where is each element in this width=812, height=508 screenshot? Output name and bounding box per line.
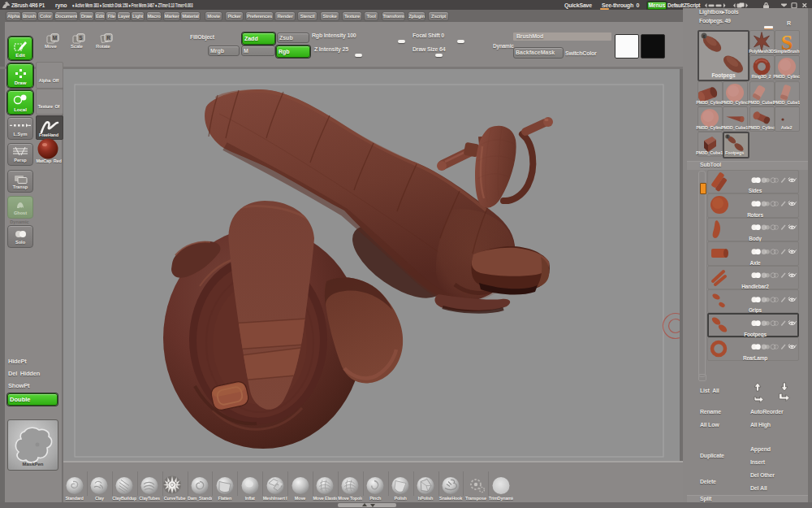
svg-text:S: S [79,35,83,41]
svg-text:M: M [53,35,57,41]
svg-text:Local: Local [14,107,27,112]
svg-text:Transp: Transp [13,185,28,189]
svg-text:Ghost: Ghost [14,211,27,215]
svg-text:Persp: Persp [14,158,27,163]
svg-text:6: 6 [702,34,705,39]
svg-text:Edit: Edit [15,53,24,58]
svg-text:R: R [106,35,110,41]
svg-text:L.Sym: L.Sym [14,132,28,137]
svg-text:Footpegs: Footpegs [711,72,736,79]
svg-text:Solo: Solo [15,240,26,245]
svg-text:Draw: Draw [15,80,27,85]
